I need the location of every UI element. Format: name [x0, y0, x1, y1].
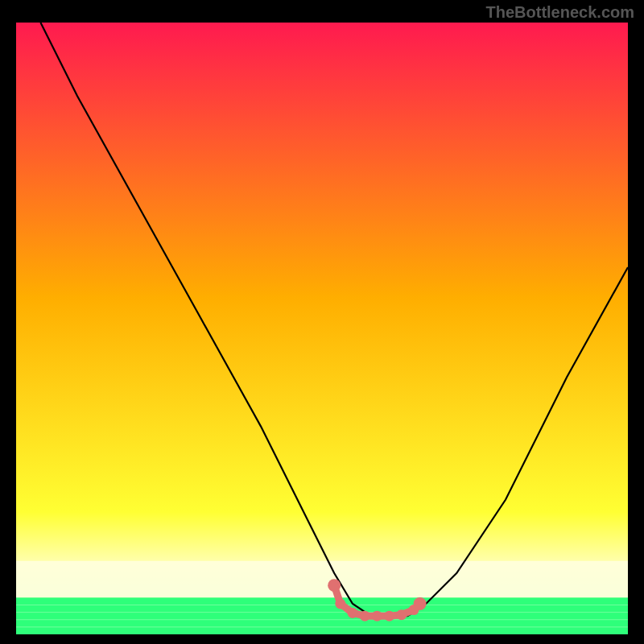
green-band: [16, 597, 628, 634]
sweet-spot-dot: [335, 599, 345, 609]
sweet-spot-dot: [384, 611, 394, 621]
sweet-spot-end-dot: [328, 579, 341, 592]
bottleneck-chart: [16, 23, 628, 634]
chart-frame: TheBottleneck.com: [0, 0, 644, 644]
gradient-background: [16, 23, 628, 634]
sweet-spot-end-dot: [414, 597, 427, 610]
sweet-spot-dot: [348, 608, 358, 618]
sweet-spot-dot: [396, 609, 407, 620]
watermark: TheBottleneck.com: [486, 3, 634, 22]
plot-area: [16, 23, 628, 634]
light-band: [16, 561, 628, 598]
sweet-spot-dot: [360, 611, 370, 621]
sweet-spot-dot: [372, 611, 382, 621]
